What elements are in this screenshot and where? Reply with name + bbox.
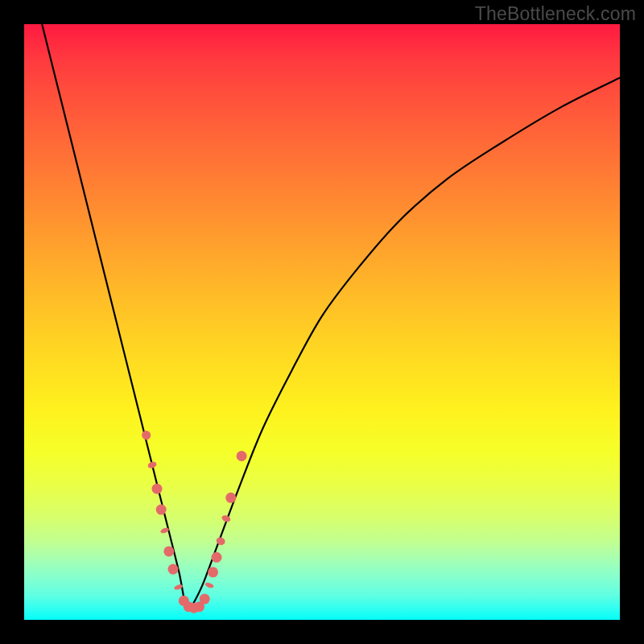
marker-dot xyxy=(208,567,218,577)
marker-dot xyxy=(200,594,210,605)
curve-right-branch xyxy=(191,78,620,609)
marker-dot xyxy=(156,505,167,515)
marker-lozenge xyxy=(204,581,214,588)
marker-dot xyxy=(212,552,222,563)
marker-lozenge xyxy=(221,514,231,523)
marker-dot xyxy=(237,451,247,461)
marker-dot xyxy=(163,546,174,556)
marker-dot xyxy=(168,564,179,575)
curve-right-path xyxy=(191,78,620,609)
marker-lozenge xyxy=(147,460,158,469)
data-markers xyxy=(141,429,247,613)
curve-left-path xyxy=(42,24,191,608)
marker-lozenge xyxy=(141,429,152,440)
chart-frame: TheBottleneck.com xyxy=(0,0,644,644)
marker-dot xyxy=(225,493,236,503)
curve-left-branch xyxy=(42,24,191,608)
watermark-text: TheBottleneck.com xyxy=(475,3,636,25)
chart-svg xyxy=(24,24,620,620)
marker-dot xyxy=(152,484,163,494)
plot-area xyxy=(24,24,620,620)
